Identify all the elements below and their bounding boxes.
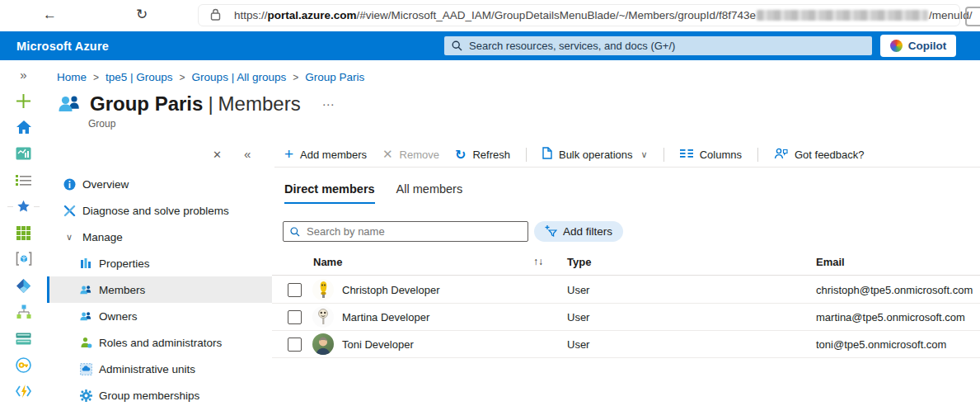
column-header-name[interactable]: Name — [313, 256, 342, 268]
toolbar-divider — [757, 148, 758, 162]
columns-icon — [680, 149, 693, 161]
info-icon — [63, 177, 76, 191]
copilot-button[interactable]: Copilot — [880, 35, 956, 57]
group-icon — [57, 92, 82, 114]
member-name[interactable]: Martina Developer — [342, 311, 429, 323]
table-row[interactable]: Christoph Developer User christoph@tpe5.… — [272, 276, 980, 304]
rail-home[interactable] — [0, 114, 47, 140]
redacted-group-id — [757, 10, 928, 21]
feedback-person-icon — [774, 148, 788, 162]
breadcrumb-separator: > — [293, 72, 298, 83]
azure-top-bar: Microsoft Azure Search resources, servic… — [0, 31, 980, 60]
search-by-name-input[interactable] — [283, 221, 528, 242]
member-type: User — [567, 284, 589, 296]
lock-icon — [210, 8, 221, 23]
plus-icon — [16, 93, 31, 109]
chevron-down-icon: ∨ — [63, 230, 76, 243]
star-icon — [16, 200, 30, 213]
nav-item-admin-units[interactable]: Administrative units — [47, 356, 272, 382]
breadcrumb: Home > tpe5 | Groups > Groups | All grou… — [57, 71, 364, 83]
add-members-button[interactable]: + Add members — [284, 148, 367, 161]
breadcrumb-group-paris[interactable]: Group Paris — [305, 71, 364, 83]
chevron-down-icon: ∨ — [641, 149, 648, 160]
member-email: martina@tpe5.onmicrosoft.com — [816, 311, 965, 323]
group-blade-menu: Overview Diagnose and solve problems ∨ M… — [47, 171, 272, 406]
tab-direct-members[interactable]: Direct members — [284, 182, 375, 204]
breadcrumb-all-groups[interactable]: Groups | All groups — [192, 71, 287, 83]
rail-subscriptions[interactable] — [0, 325, 47, 352]
bulk-operations-button[interactable]: Bulk operations ∨ — [542, 147, 648, 162]
members-tabs: Direct members All members — [284, 182, 462, 204]
column-header-type[interactable]: Type — [567, 256, 591, 268]
nav-item-diagnose[interactable]: Diagnose and solve problems — [47, 197, 272, 224]
browser-refresh-icon[interactable]: ↻ — [136, 6, 148, 24]
nav-item-members[interactable]: Members — [47, 276, 272, 303]
rail-all-resources[interactable] — [0, 220, 47, 246]
member-name[interactable]: Christoph Developer — [342, 284, 440, 296]
browser-extension-icon[interactable] — [965, 7, 980, 26]
dashboard-icon — [16, 147, 31, 160]
breadcrumb-tenant-groups[interactable]: tpe5 | Groups — [106, 71, 173, 83]
tab-all-members[interactable]: All members — [396, 182, 463, 204]
blade-close-icon[interactable]: ✕ — [213, 149, 222, 161]
row-checkbox[interactable] — [288, 338, 302, 352]
toolbar-divider — [526, 148, 527, 162]
columns-button[interactable]: Columns — [680, 149, 742, 161]
table-header: Name ↑↓ Type Email — [272, 250, 980, 276]
refresh-button[interactable]: ↻ Refresh — [455, 147, 510, 163]
rail-resource-groups[interactable] — [0, 246, 47, 272]
breadcrumb-home[interactable]: Home — [57, 71, 87, 83]
url-text: https://portal.azure.com/#view/Microsoft… — [234, 9, 972, 21]
nav-item-properties[interactable]: Properties — [47, 250, 272, 276]
remove-button[interactable]: ✕ Remove — [382, 147, 439, 162]
admin-units-icon — [79, 362, 92, 375]
home-icon — [16, 120, 32, 135]
rail-key-vault[interactable] — [0, 352, 47, 378]
title-more-icon[interactable]: ··· — [322, 92, 335, 116]
rail-expand-button[interactable]: » — [0, 61, 47, 87]
toolbar-divider — [663, 148, 664, 162]
browser-back-icon[interactable]: ← — [43, 6, 57, 24]
nav-section-manage[interactable]: ∨ Manage — [47, 224, 272, 250]
sort-icon[interactable]: ↑↓ — [533, 256, 543, 267]
owners-icon — [79, 309, 92, 323]
cube-brackets-icon — [16, 252, 32, 267]
tools-icon — [63, 204, 76, 217]
rail-function-apps[interactable] — [0, 378, 47, 404]
rail-favorites[interactable] — [0, 193, 47, 220]
rail-all-services[interactable] — [0, 167, 47, 193]
members-icon — [79, 283, 92, 296]
rail-entra-id[interactable] — [0, 272, 47, 299]
rail-dashboard[interactable] — [0, 140, 47, 167]
add-filters-button[interactable]: Add filters — [534, 221, 623, 242]
rail-management-groups[interactable] — [0, 299, 47, 325]
address-bar[interactable]: https://portal.azure.com/#view/Microsoft… — [198, 4, 960, 26]
double-chevron-right-icon: » — [20, 68, 26, 82]
member-type: User — [567, 311, 589, 323]
blade-collapse-icon[interactable]: « — [244, 147, 251, 161]
table-row[interactable]: Martina Developer User martina@tpe5.onmi… — [272, 304, 980, 331]
azure-brand[interactable]: Microsoft Azure — [16, 40, 109, 53]
member-name[interactable]: Toni Developer — [342, 338, 414, 351]
column-header-email[interactable]: Email — [816, 256, 845, 268]
nav-item-group-memberships[interactable]: Group memberships — [47, 382, 272, 406]
filter-plus-icon — [545, 224, 557, 239]
nav-item-overview[interactable]: Overview — [47, 171, 272, 197]
row-checkbox[interactable] — [288, 310, 302, 324]
document-icon — [542, 147, 552, 162]
list-icon — [16, 174, 31, 186]
row-checkbox[interactable] — [288, 283, 302, 297]
table-row[interactable]: Toni Developer User toni@tpe5.onmicrosof… — [272, 331, 980, 358]
rail-create-resource[interactable] — [0, 87, 47, 114]
command-bar: + Add members ✕ Remove ↻ Refresh Bulk op… — [284, 142, 865, 167]
member-email: toni@tpe5.onmicrosoft.com — [816, 338, 946, 351]
search-by-name-field[interactable] — [305, 224, 528, 238]
nav-item-owners[interactable]: Owners — [47, 303, 272, 329]
got-feedback-button[interactable]: Got feedback? — [774, 148, 865, 162]
global-search-input[interactable]: Search resources, services, and docs (G+… — [444, 36, 872, 55]
diamond-icon — [16, 278, 31, 294]
page-title-row: Group Paris|Members ··· — [57, 92, 335, 116]
layers-icon — [16, 333, 31, 345]
member-type: User — [567, 338, 589, 351]
nav-item-roles-admins[interactable]: Roles and administrators — [47, 329, 272, 356]
